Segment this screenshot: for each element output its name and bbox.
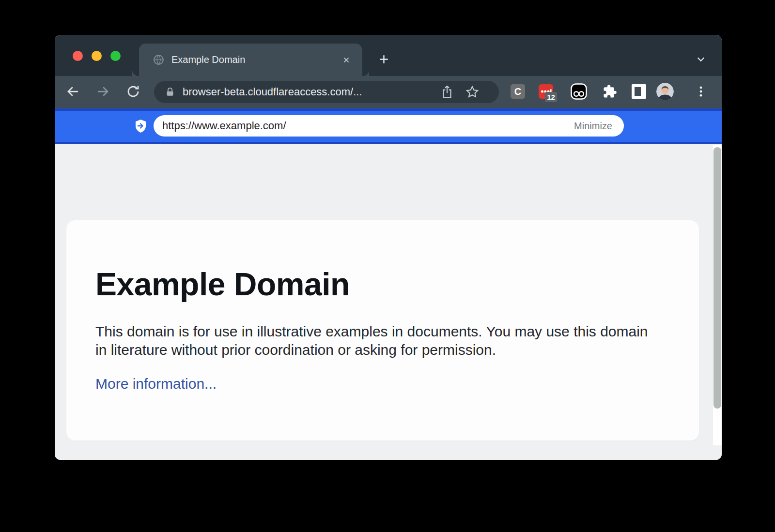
avatar-image	[656, 83, 674, 100]
two-circles-extension-icon	[571, 83, 587, 100]
shield-arrow-icon	[135, 119, 147, 133]
plus-icon	[378, 53, 390, 65]
isolated-url-bar[interactable]: https://www.example.com/ Minimize	[154, 115, 624, 137]
tab-overview-button[interactable]	[692, 50, 710, 68]
page-title: Example Domain	[95, 266, 660, 303]
page-viewport: Example Domain This domain is for use in…	[55, 144, 722, 460]
minimize-window-button[interactable]	[92, 51, 102, 61]
side-panel-button[interactable]	[630, 83, 648, 100]
browser-menu-button[interactable]	[692, 83, 710, 100]
browser-window: Example Domain browser-beta.clou	[55, 35, 722, 460]
close-icon	[342, 56, 351, 64]
new-tab-button[interactable]	[375, 50, 392, 68]
tab-title: Example Domain	[171, 54, 339, 65]
kebab-menu-icon	[695, 85, 707, 98]
isolated-url: https://www.example.com/	[162, 120, 574, 132]
tab-close-button[interactable]	[339, 53, 354, 67]
address-bar[interactable]: browser-beta.cloudflareaccess.com/...	[154, 81, 499, 103]
fullscreen-window-button[interactable]	[110, 51, 121, 61]
back-button[interactable]	[64, 83, 82, 100]
forward-button[interactable]	[94, 83, 111, 100]
address-url: browser-beta.cloudflareaccess.com/...	[183, 86, 429, 98]
chevron-down-icon	[696, 54, 706, 64]
isolation-bar: https://www.example.com/ Minimize	[55, 108, 722, 144]
side-panel-icon	[632, 84, 646, 99]
tab-example-domain[interactable]: Example Domain	[139, 44, 362, 76]
scrollbar-track	[713, 145, 722, 445]
extensions-menu-button[interactable]	[601, 83, 619, 100]
main-toolbar: browser-beta.cloudflareaccess.com/... C …	[55, 76, 722, 108]
more-information-link[interactable]: More information...	[95, 376, 217, 392]
minimize-bar-button[interactable]: Minimize	[574, 121, 612, 132]
globe-favicon-icon	[153, 54, 165, 66]
scrollbar-thumb[interactable]	[713, 147, 721, 409]
share-button[interactable]	[440, 85, 454, 99]
bookmark-star-icon	[465, 85, 479, 99]
share-icon	[441, 85, 453, 99]
puzzle-extensions-icon	[603, 84, 617, 99]
c-extension-icon: C	[511, 84, 525, 99]
two-circles-extension-button[interactable]	[570, 83, 588, 100]
reload-button[interactable]	[124, 83, 142, 100]
reload-icon	[126, 84, 140, 99]
bookmark-button[interactable]	[465, 85, 480, 99]
close-window-button[interactable]	[73, 51, 83, 61]
extension-badge: 12	[545, 92, 557, 102]
page-paragraph: This domain is for use in illustrative e…	[95, 322, 655, 359]
tab-strip: Example Domain	[55, 35, 722, 76]
content-card: Example Domain This domain is for use in…	[66, 220, 699, 441]
red-dots-extension-button[interactable]: 12	[537, 83, 555, 100]
lock-icon	[165, 87, 175, 97]
back-icon	[66, 84, 80, 99]
forward-icon	[95, 84, 110, 99]
profile-avatar[interactable]	[656, 83, 674, 100]
c-extension-button[interactable]: C	[509, 83, 527, 100]
